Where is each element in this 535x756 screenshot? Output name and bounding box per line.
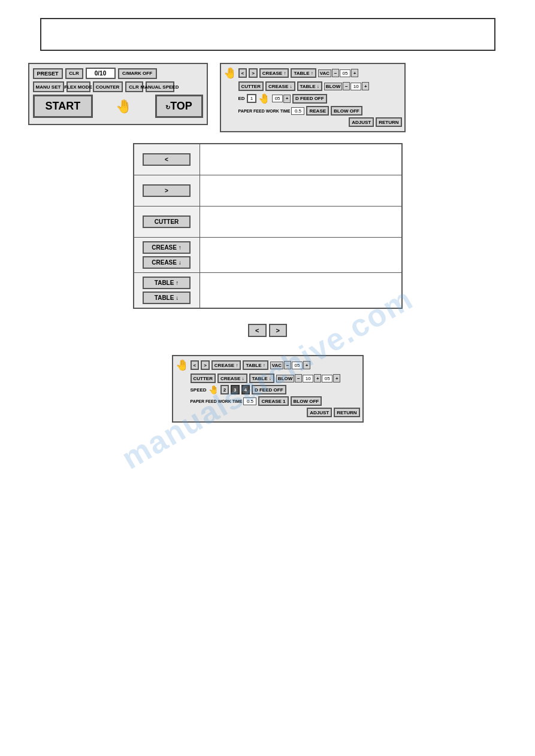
bc-adjust-button[interactable]: ADJUST	[307, 408, 332, 417]
table-cutter-button[interactable]: CUTTER	[143, 215, 191, 228]
arrows-gt-button[interactable]: >	[269, 324, 287, 337]
bc-blow-minus-btn[interactable]: −	[295, 374, 302, 382]
table-lt-button[interactable]: <	[143, 153, 191, 166]
table-row-cutter: CUTTER	[134, 207, 401, 238]
rp-lt-button[interactable]: <	[238, 68, 247, 78]
panels-row: PRESET CLR 0/10 C/MARK OFF MANU SET FLEX…	[28, 63, 507, 132]
bc-cutter-button[interactable]: CUTTER	[191, 374, 216, 383]
bc-paper-feed-label: PAPER FEED WORK TIME	[191, 399, 243, 403]
blow-group2: 05 +	[272, 95, 291, 103]
rp-gt-button[interactable]: >	[249, 68, 258, 78]
bottom-panel-section: 🤚 < > CREASE ↑ TABLE ↑ VAC − 05 + CUTTER…	[133, 355, 403, 423]
paper-feed-value: 0.5	[291, 107, 304, 115]
table-table-up-button[interactable]: TABLE ↑	[143, 277, 191, 289]
stop-button[interactable]: ↻TOP	[155, 95, 203, 118]
bottom-ctrl: 🤚 < > CREASE ↑ TABLE ↑ VAC − 05 + CUTTER…	[172, 355, 364, 423]
table-crease-up-button[interactable]: CREASE ↑	[143, 241, 191, 254]
bc-row-5: ADJUST RETURN	[176, 408, 360, 417]
bc-crease-down-button[interactable]: CREASE ↓	[217, 374, 247, 383]
hand-icon-right1: 🤚	[223, 66, 237, 80]
rp-cutter-button[interactable]: CUTTER	[238, 81, 264, 91]
bc-crease1-button[interactable]: CREASE 1	[258, 396, 288, 406]
panel-row-2: MANU SET FLEX MODE COUNTER CLR MANUAL SP…	[33, 81, 203, 92]
rp-table-up-button[interactable]: TABLE ↑	[291, 68, 316, 78]
bc-dfeed-off-button[interactable]: D FEED OFF	[252, 385, 286, 394]
blow-minus-btn[interactable]: −	[343, 82, 350, 90]
rp-crease-down-button[interactable]: CREASE ↓	[265, 81, 295, 91]
table-right-crease	[200, 238, 401, 272]
rp-row-3: ED 1 🤚 05 + D FEED OFF	[223, 93, 402, 104]
preset-button[interactable]: PRESET	[33, 68, 63, 79]
bc-crease-up-button[interactable]: CREASE ↑	[211, 360, 241, 370]
start-button[interactable]: START	[33, 95, 93, 118]
bc-lt-button[interactable]: <	[191, 360, 200, 370]
flex-mode-button[interactable]: FLEX MODE	[67, 81, 90, 92]
blow-plus2-btn[interactable]: +	[283, 95, 291, 103]
blow-label: BLOW	[324, 83, 342, 90]
bc-speed3-button[interactable]: 4	[241, 385, 250, 394]
hand-icon-bottom: 🤚	[176, 359, 189, 372]
rp-crease-up-button[interactable]: CREASE ↑	[259, 68, 289, 78]
manu-set-button[interactable]: MANU SET	[33, 81, 64, 92]
bc-blow-val: 10	[303, 375, 313, 382]
button-table: < > CUTTER CREASE ↑ CREASE ↓	[133, 143, 403, 309]
rp-row-4: PAPER FEED WORK TIME 0.5 REASE BLOW OFF	[223, 106, 402, 116]
bc-gt-button[interactable]: >	[201, 360, 210, 370]
cmark-button[interactable]: C/MARK OFF	[118, 68, 157, 79]
vac-minus-btn[interactable]: −	[332, 69, 339, 77]
rp-blow-off-button[interactable]: BLOW OFF	[331, 106, 362, 116]
table-row-table: TABLE ↑ TABLE ↓	[134, 273, 401, 308]
bc-blow-plus2-btn[interactable]: +	[333, 374, 340, 382]
bc-vac-group: VAC − 05 +	[270, 361, 310, 369]
bc-blow-off-button[interactable]: BLOW OFF	[291, 396, 322, 406]
table-row-crease: CREASE ↑ CREASE ↓	[134, 238, 401, 273]
table-left-cutter: CUTTER	[134, 207, 200, 237]
right-panel: 🤚 < > CREASE ↑ TABLE ↑ VAC − 05 + CUTTER…	[220, 63, 406, 132]
bc-return-button[interactable]: RETURN	[334, 408, 359, 417]
clr-button[interactable]: CLR	[65, 68, 83, 79]
bc-table-down-button[interactable]: TABLE ↓	[249, 374, 274, 383]
blow-group: BLOW − 10 +	[324, 82, 369, 90]
bc-speed2-button[interactable]: 3	[231, 385, 239, 394]
table-row-lt: <	[134, 144, 401, 175]
top-info-box	[40, 18, 495, 51]
bc-vac-val: 05	[292, 362, 303, 369]
bc-blow-group: BLOW − 10 + 05 +	[276, 374, 340, 382]
table-left-table: TABLE ↑ TABLE ↓	[134, 273, 200, 308]
paper-feed-label: PAPER FEED WORK TIME	[238, 109, 291, 113]
bc-blow-plus-btn[interactable]: +	[314, 374, 321, 382]
rp-crease-label[interactable]: REASE	[306, 106, 329, 116]
table-right-lt	[200, 144, 401, 175]
arrows-lt-button[interactable]: <	[248, 324, 266, 337]
table-right-cutter	[200, 207, 401, 237]
blow-plus1-btn[interactable]: +	[362, 82, 369, 90]
vac-value: 05	[340, 69, 350, 77]
bc-vac-minus-btn[interactable]: −	[284, 361, 291, 369]
rp-speed-label: ED	[238, 96, 245, 101]
bc-blow-val2: 05	[322, 375, 333, 382]
panel-row-3: START 🤚 ↻TOP	[33, 95, 203, 118]
table-table-down-button[interactable]: TABLE ↓	[143, 292, 191, 304]
rp-dfeed-off-button[interactable]: D FEED OFF	[292, 94, 327, 104]
bc-speed1-button[interactable]: 2	[220, 385, 229, 394]
blow-val1: 10	[350, 83, 361, 90]
manual-speed-button[interactable]: MANUAL SPEED	[146, 81, 174, 92]
vac-plus-btn[interactable]: +	[351, 69, 358, 77]
rp-adjust-button[interactable]: ADJUST	[349, 117, 374, 127]
table-row-gt: >	[134, 175, 401, 207]
counter-button[interactable]: COUNTER	[93, 81, 123, 92]
rp-row-2: CUTTER CREASE ↓ TABLE ↓ BLOW − 10 +	[223, 81, 402, 91]
rp-return-button[interactable]: RETURN	[376, 117, 401, 127]
table-gt-button[interactable]: >	[143, 184, 191, 197]
left-panel: PRESET CLR 0/10 C/MARK OFF MANU SET FLEX…	[28, 63, 208, 125]
bc-table-up-button[interactable]: TABLE ↑	[243, 360, 268, 370]
hand-icon-left: 🤚	[116, 99, 132, 114]
rp-table-down-button[interactable]: TABLE ↓	[297, 81, 322, 91]
bc-row-4: PAPER FEED WORK TIME 0.5 CREASE 1 BLOW O…	[176, 396, 360, 406]
rp-row-5: ADJUST RETURN	[223, 117, 402, 127]
bc-vac-plus-btn[interactable]: +	[303, 361, 310, 369]
bc-row-1: 🤚 < > CREASE ↑ TABLE ↑ VAC − 05 +	[176, 359, 360, 372]
bc-row-2: CUTTER CREASE ↓ TABLE ↓ BLOW − 10 + 05 +	[176, 374, 360, 383]
table-crease-down-button[interactable]: CREASE ↓	[143, 256, 191, 269]
table-right-table	[200, 273, 401, 308]
